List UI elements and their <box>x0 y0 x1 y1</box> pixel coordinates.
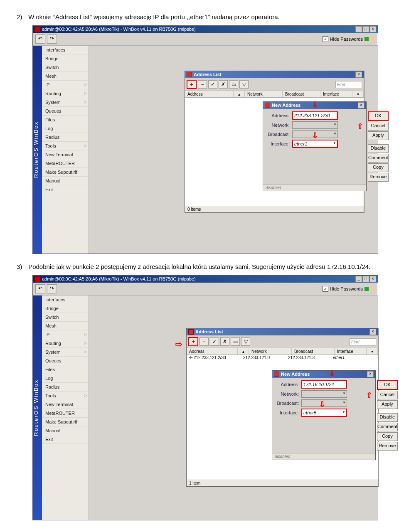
add-button[interactable]: + <box>188 337 198 346</box>
menu-item-queues[interactable]: Queues <box>42 357 89 365</box>
ok-button[interactable]: OK <box>368 111 389 121</box>
col-interface[interactable]: Interface <box>320 91 352 97</box>
remove-button[interactable]: − <box>200 337 209 346</box>
menu-item-bridge[interactable]: Bridge <box>42 304 89 313</box>
remove-button[interactable]: Remove <box>377 442 398 451</box>
minimize-button[interactable]: _ <box>355 276 362 282</box>
disable-button[interactable]: ✗ <box>220 337 229 346</box>
address-input[interactable]: 212.233.121.2/30 <box>292 111 338 120</box>
menu-item-interfaces[interactable]: Interfaces <box>42 46 89 54</box>
interface-input[interactable]: ether5 <box>301 409 347 417</box>
menu-item-log[interactable]: Log <box>42 374 89 383</box>
redo-button[interactable]: ↷ <box>47 284 57 293</box>
col-menu[interactable]: ▾ <box>352 91 364 97</box>
menu-item-metarouter[interactable]: MetaROUTER <box>42 409 89 418</box>
table-row[interactable]: ✢ 212.233.121.2/30 212.233.121.0 212.233… <box>187 355 378 360</box>
comment-button[interactable]: ▭ <box>231 337 240 346</box>
cancel-button[interactable]: Cancel <box>368 122 389 131</box>
maximize-button[interactable]: □ <box>362 26 369 32</box>
col-broadcast[interactable]: Broadcast <box>292 348 335 355</box>
menu-item-log[interactable]: Log <box>42 124 89 133</box>
find-input[interactable]: Find <box>350 338 376 345</box>
close-button[interactable]: × <box>358 102 365 108</box>
remove-button[interactable]: Remove <box>368 173 389 182</box>
enable-button[interactable]: ✓ <box>208 80 217 89</box>
find-input[interactable]: Find <box>335 81 362 88</box>
disable-button[interactable]: Disable <box>368 144 389 153</box>
maximize-button[interactable]: □ <box>362 276 369 282</box>
col-sort[interactable]: ▴ <box>234 91 245 97</box>
menu-item-mesh[interactable]: Mesh <box>42 322 89 330</box>
close-button[interactable]: × <box>369 329 376 335</box>
undo-button[interactable]: ↶ <box>35 34 45 44</box>
remove-button[interactable]: − <box>198 80 207 89</box>
network-input[interactable] <box>292 121 338 129</box>
close-button[interactable]: × <box>355 71 362 78</box>
add-button[interactable]: + <box>187 80 197 89</box>
menu-item-ip[interactable]: IP▷ <box>42 81 89 89</box>
broadcast-input[interactable] <box>301 399 347 407</box>
filter-button[interactable]: ▽ <box>241 337 250 346</box>
hide-passwords-checkbox[interactable]: ✓ <box>323 286 328 292</box>
col-address[interactable]: Address <box>187 348 238 355</box>
enable-button[interactable]: ✓ <box>210 337 219 346</box>
menu-item-radius[interactable]: Radius <box>42 383 89 392</box>
menu-item-files[interactable]: Files <box>42 365 89 374</box>
menu-item-bridge[interactable]: Bridge <box>42 54 89 63</box>
menu-item-metarouter[interactable]: MetaROUTER <box>42 159 89 168</box>
menu-item-exit[interactable]: Exit <box>42 185 89 194</box>
col-broadcast[interactable]: Broadcast <box>283 91 320 97</box>
menu-item-routing[interactable]: Routing▷ <box>42 339 89 348</box>
comment-button[interactable]: ▭ <box>229 80 238 89</box>
close-button[interactable]: × <box>369 276 376 282</box>
menu-item-switch[interactable]: Switch <box>42 313 89 322</box>
menu-item-tools[interactable]: Tools▷ <box>42 142 89 150</box>
col-network[interactable]: Network <box>245 91 283 97</box>
ok-button[interactable]: OK <box>377 380 398 390</box>
menu-item-make-supout-rif[interactable]: Make Supout.rif <box>42 168 89 177</box>
copy-button[interactable]: Copy <box>377 432 398 441</box>
apply-button[interactable]: Apply <box>368 131 389 140</box>
hide-passwords-checkbox[interactable]: ✓ <box>323 36 328 42</box>
address-input[interactable]: 172.16.10.1/24 <box>301 380 347 389</box>
close-button[interactable]: × <box>367 371 374 377</box>
menu-item-new-terminal[interactable]: New Terminal <box>42 150 89 159</box>
menu-item-system[interactable]: System▷ <box>42 348 89 357</box>
dialog-title: New Address <box>281 371 310 378</box>
undo-button[interactable]: ↶ <box>35 284 45 293</box>
comment-button[interactable]: Comment <box>377 423 398 431</box>
menu-item-switch[interactable]: Switch <box>42 63 89 72</box>
comment-button[interactable]: Comment <box>368 154 389 163</box>
col-interface[interactable]: Interface <box>335 348 367 355</box>
col-sort[interactable]: ▴ <box>238 348 249 355</box>
menu-item-queues[interactable]: Queues <box>42 107 89 116</box>
col-network[interactable]: Network <box>249 348 292 355</box>
col-address[interactable]: Address <box>185 91 234 97</box>
menu-item-system[interactable]: System▷ <box>42 98 89 107</box>
menu-item-routing[interactable]: Routing▷ <box>42 89 89 98</box>
menu-item-ip[interactable]: IP▷ <box>42 330 89 339</box>
menu-item-interfaces[interactable]: Interfaces <box>42 296 89 304</box>
menu-item-new-terminal[interactable]: New Terminal <box>42 400 89 409</box>
menu-item-exit[interactable]: Exit <box>42 435 89 444</box>
menu-item-manual[interactable]: Manual <box>42 177 89 185</box>
minimize-button[interactable]: _ <box>355 26 362 32</box>
apply-button[interactable]: Apply <box>377 400 398 409</box>
disable-button[interactable]: ✗ <box>219 80 228 89</box>
col-menu[interactable]: ▾ <box>367 348 378 355</box>
copy-button[interactable]: Copy <box>368 163 389 172</box>
broadcast-input[interactable] <box>292 131 338 138</box>
menu-item-mesh[interactable]: Mesh <box>42 72 89 81</box>
network-input[interactable] <box>301 390 347 398</box>
menu-item-files[interactable]: Files <box>42 116 89 124</box>
close-button[interactable]: × <box>369 26 376 32</box>
filter-button[interactable]: ▽ <box>239 80 249 89</box>
disable-button[interactable]: Disable <box>377 413 398 422</box>
menu-item-radius[interactable]: Radius <box>42 133 89 142</box>
interface-input[interactable]: ether1 <box>292 140 338 148</box>
menu-item-tools[interactable]: Tools▷ <box>42 392 89 400</box>
menu-item-make-supout-rif[interactable]: Make Supout.rif <box>42 418 89 426</box>
menu-item-manual[interactable]: Manual <box>42 426 89 435</box>
cancel-button[interactable]: Cancel <box>377 391 398 399</box>
redo-button[interactable]: ↷ <box>47 34 57 44</box>
